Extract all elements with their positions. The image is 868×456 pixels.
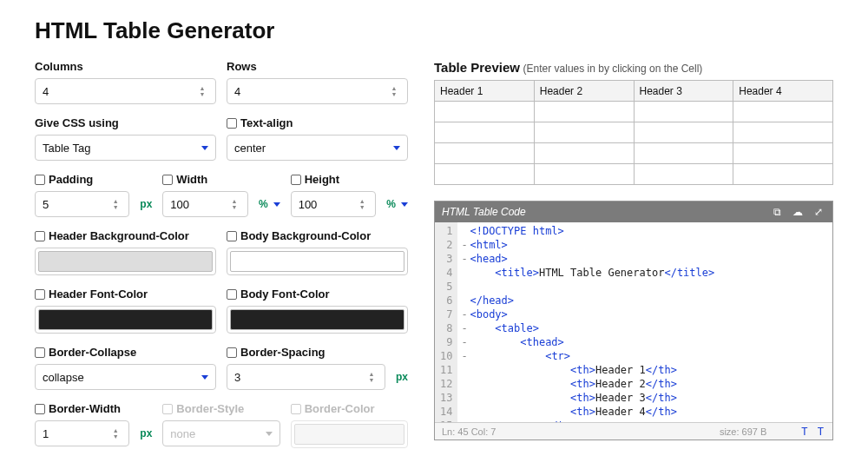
- border-color-input[interactable]: [291, 420, 408, 448]
- stepper-icon[interactable]: ▲▼: [388, 83, 400, 100]
- preview-header-cell[interactable]: Header 1: [435, 81, 535, 102]
- stepper-icon[interactable]: ▲▼: [228, 195, 240, 213]
- code-editor[interactable]: <!DOCTYPE html>-<html>-<head> <title>HTM…: [457, 222, 832, 422]
- padding-unit: px: [140, 198, 152, 210]
- border-spacing-input[interactable]: 3 ▲▼: [227, 364, 385, 390]
- chevron-down-icon: [401, 202, 408, 207]
- padding-label: Padding: [35, 173, 152, 186]
- width-label: Width: [162, 173, 279, 186]
- border-width-unit: px: [140, 427, 152, 439]
- header-bg-label: Header Background-Color: [35, 229, 216, 242]
- preview-cell[interactable]: [634, 143, 733, 164]
- code-panel: HTML Table Code ⧉ ☁ ⤢ 123456789101112131…: [434, 201, 833, 440]
- border-spacing-checkbox[interactable]: [227, 347, 237, 358]
- border-collapse-select[interactable]: collapse: [35, 364, 216, 390]
- text-align-checkbox[interactable]: [227, 118, 237, 129]
- body-font-checkbox[interactable]: [227, 289, 237, 300]
- cursor-position: Ln: 45 Col: 7: [442, 426, 496, 437]
- preview-table[interactable]: Header 1Header 2Header 3Header 4: [434, 80, 833, 185]
- border-width-input[interactable]: 1 ▲▼: [35, 420, 129, 446]
- preview-cell[interactable]: [435, 143, 535, 164]
- body-font-color-input[interactable]: [227, 306, 408, 334]
- text-size-toggle[interactable]: T T: [801, 426, 825, 438]
- chevron-down-icon: [201, 375, 208, 380]
- preview-cell[interactable]: [733, 102, 833, 122]
- preview-cell[interactable]: [435, 102, 535, 122]
- width-input[interactable]: 100 ▲▼: [162, 191, 248, 217]
- body-font-label: Body Font-Color: [227, 287, 408, 301]
- padding-input[interactable]: 5 ▲▼: [35, 191, 129, 217]
- preview-cell[interactable]: [733, 143, 833, 164]
- columns-label: Columns: [35, 60, 216, 73]
- download-icon[interactable]: ☁: [791, 206, 805, 218]
- border-spacing-unit: px: [396, 371, 408, 383]
- border-color-checkbox[interactable]: [291, 404, 301, 414]
- header-font-checkbox[interactable]: [35, 289, 45, 300]
- preview-cell[interactable]: [534, 122, 634, 143]
- chevron-down-icon: [201, 146, 208, 150]
- width-checkbox[interactable]: [162, 175, 173, 185]
- border-collapse-checkbox[interactable]: [35, 347, 45, 358]
- css-using-select[interactable]: Table Tag: [35, 135, 216, 161]
- height-unit-select[interactable]: %: [381, 198, 408, 210]
- body-bg-color-input[interactable]: [227, 248, 408, 275]
- border-collapse-label: Border-Collapse: [35, 346, 216, 359]
- border-style-checkbox[interactable]: [162, 404, 173, 414]
- code-panel-title: HTML Table Code: [442, 206, 526, 218]
- header-font-label: Header Font-Color: [35, 287, 216, 301]
- file-size: size: 697 B: [720, 426, 766, 437]
- stepper-icon[interactable]: ▲▼: [109, 195, 122, 213]
- text-align-label: Text-align: [227, 116, 408, 129]
- preview-title: Table Preview: [434, 60, 520, 75]
- preview-hint: (Enter values in by clicking on the Cell…: [523, 63, 703, 75]
- stepper-icon[interactable]: ▲▼: [356, 195, 368, 213]
- preview-cell[interactable]: [733, 122, 833, 143]
- rows-label: Rows: [227, 60, 408, 73]
- height-checkbox[interactable]: [291, 175, 301, 185]
- chevron-down-icon: [273, 202, 280, 207]
- border-spacing-label: Border-Spacing: [227, 346, 408, 359]
- stepper-icon[interactable]: ▲▼: [196, 83, 208, 100]
- header-bg-color-input[interactable]: [35, 248, 216, 275]
- body-bg-checkbox[interactable]: [227, 231, 237, 241]
- border-width-label: Border-Width: [35, 402, 152, 415]
- preview-cell[interactable]: [435, 164, 535, 185]
- page-title: HTML Table Generator: [35, 17, 833, 44]
- copy-icon[interactable]: ⧉: [770, 206, 784, 218]
- preview-header-cell[interactable]: Header 2: [534, 81, 634, 102]
- preview-cell[interactable]: [634, 122, 733, 143]
- padding-checkbox[interactable]: [35, 175, 45, 185]
- columns-input[interactable]: 4 ▲▼: [35, 78, 216, 104]
- width-unit-select[interactable]: %: [253, 198, 280, 210]
- preview-cell[interactable]: [534, 164, 634, 185]
- text-align-select[interactable]: center: [227, 135, 408, 161]
- preview-header-cell[interactable]: Header 3: [634, 81, 733, 102]
- stepper-icon[interactable]: ▲▼: [365, 368, 378, 386]
- preview-header-cell[interactable]: Header 4: [733, 81, 833, 102]
- height-label: Height: [291, 173, 408, 186]
- stepper-icon[interactable]: ▲▼: [109, 425, 122, 442]
- preview-cell[interactable]: [534, 102, 634, 122]
- header-bg-checkbox[interactable]: [35, 231, 45, 241]
- chevron-down-icon: [393, 146, 400, 150]
- header-font-color-input[interactable]: [35, 306, 216, 334]
- preview-cell[interactable]: [634, 164, 733, 185]
- border-color-label: Border-Color: [291, 402, 408, 415]
- body-bg-label: Body Background-Color: [227, 229, 408, 242]
- border-style-label: Border-Style: [162, 402, 279, 415]
- preview-cell[interactable]: [733, 164, 833, 185]
- expand-icon[interactable]: ⤢: [812, 206, 825, 218]
- give-css-label: Give CSS using: [35, 116, 216, 129]
- chevron-down-icon: [266, 432, 273, 436]
- preview-cell[interactable]: [634, 102, 733, 122]
- preview-cell[interactable]: [435, 122, 535, 143]
- preview-cell[interactable]: [534, 143, 634, 164]
- height-input[interactable]: 100 ▲▼: [291, 191, 377, 217]
- border-style-select[interactable]: none: [162, 420, 279, 446]
- rows-input[interactable]: 4 ▲▼: [227, 78, 408, 104]
- border-width-checkbox[interactable]: [35, 404, 45, 414]
